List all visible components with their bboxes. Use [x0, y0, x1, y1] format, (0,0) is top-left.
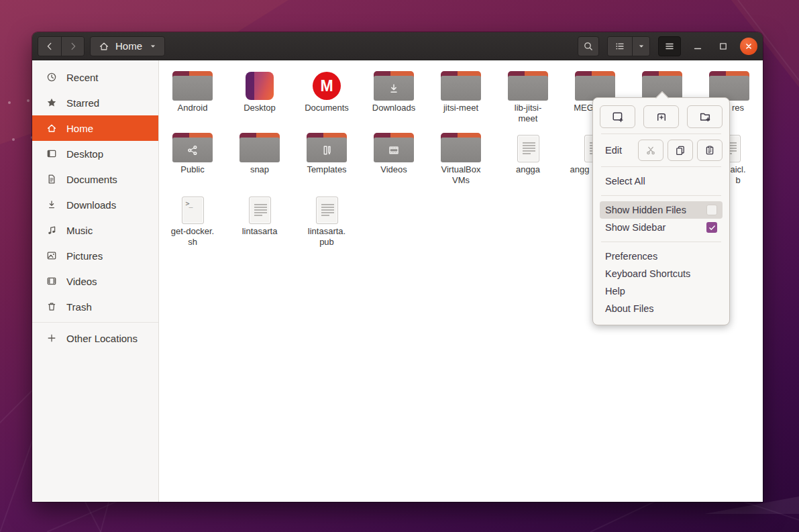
file-label: lib-jitsi- meet [515, 103, 541, 124]
emblem-video [387, 144, 401, 157]
file-item-lintasarta-pub[interactable]: lintasarta. pub [293, 193, 360, 255]
sidebar-item-downloads[interactable]: Downloads [32, 192, 158, 217]
hamburger-icon [664, 41, 675, 52]
file-item-virtualbox-vms[interactable]: VirtualBox VMs [427, 131, 494, 193]
cut-button[interactable] [638, 140, 663, 161]
menu-edit-row: Edit [600, 140, 723, 161]
checkbox-checked[interactable] [706, 222, 717, 233]
emblem-share [186, 144, 199, 157]
new-window-button[interactable] [600, 105, 635, 128]
file-label: snap [250, 164, 269, 175]
file-label: aicl. b [730, 164, 745, 186]
script-file-icon: >_ [182, 197, 204, 224]
emblem-download [387, 82, 401, 95]
menu-item-label: Show Hidden Files [605, 205, 686, 215]
music-icon [46, 225, 58, 236]
checkbox-unchecked[interactable] [706, 205, 717, 215]
file-item-get-docker-sh[interactable]: >_get-docker. sh [159, 193, 226, 255]
text-file-icon [316, 197, 338, 224]
file-item-public[interactable]: Public [159, 131, 226, 193]
files-window: Home RecentStarredHomeDesktopDocumentsDo… [32, 32, 763, 502]
folder-icon [575, 71, 615, 101]
menu-item-select-all[interactable]: Select All [600, 172, 723, 190]
paste-button[interactable] [697, 140, 723, 161]
chevron-down-icon [637, 42, 646, 51]
new-tab-icon [655, 111, 668, 123]
file-item-snap[interactable]: snap [226, 131, 293, 193]
sidebar-item-trash[interactable]: Trash [32, 294, 158, 319]
file-item-jitsi-meet[interactable]: jitsi-meet [427, 70, 494, 131]
new-tab-button[interactable] [643, 105, 679, 128]
sidebar-item-desktop[interactable]: Desktop [32, 141, 158, 166]
sidebar-item-music[interactable]: Music [32, 217, 158, 243]
sidebar-item-documents[interactable]: Documents [32, 166, 158, 192]
view-options-button[interactable] [632, 37, 649, 56]
hamburger-menu-button[interactable] [658, 36, 681, 56]
downloads-icon [46, 199, 58, 211]
copy-button[interactable] [668, 140, 693, 161]
chevron-right-icon [68, 41, 78, 52]
sidebar-item-recent[interactable]: Recent [32, 64, 158, 90]
sidebar-item-videos[interactable]: Videos [32, 268, 158, 294]
file-label: Videos [380, 164, 407, 175]
file-item-templates[interactable]: Templates [293, 131, 360, 193]
plus-icon [46, 333, 58, 344]
file-item-lintasarta[interactable]: lintasarta [226, 193, 293, 255]
sidebar-item-pictures[interactable]: Pictures [32, 243, 158, 268]
headerbar: Home [32, 32, 763, 60]
close-button[interactable] [740, 38, 757, 55]
maximize-icon [718, 41, 729, 52]
folder-icon [374, 133, 414, 162]
forward-button[interactable] [61, 37, 84, 56]
home-icon [46, 123, 58, 134]
file-item-angga[interactable]: angga [494, 131, 562, 193]
file-label: Public [180, 164, 204, 175]
menu-item-about-files[interactable]: About Files [600, 300, 723, 317]
sidebar-item-starred[interactable]: Starred [32, 90, 158, 115]
sidebar-item-label: Starred [66, 97, 99, 109]
menu-item-keyboard-shortcuts[interactable]: Keyboard Shortcuts [600, 265, 723, 282]
minimize-button[interactable] [689, 38, 706, 55]
file-label: lintasarta. pub [308, 226, 345, 248]
new-folder-button[interactable] [687, 105, 723, 128]
menu-separator [601, 134, 721, 134]
folder-icon [172, 133, 213, 162]
trash-icon [46, 301, 58, 313]
file-item-desktop[interactable]: Desktop [226, 70, 293, 131]
menu-item-show-sidebar[interactable]: Show Sidebar [600, 219, 723, 236]
sidebar: RecentStarredHomeDesktopDocumentsDownloa… [32, 60, 159, 502]
menu-item-preferences[interactable]: Preferences [600, 248, 723, 265]
menu-item-help[interactable]: Help [600, 282, 723, 300]
file-item-downloads[interactable]: Downloads [360, 70, 427, 131]
chevron-down-icon [148, 42, 158, 51]
menu-separator [601, 166, 721, 167]
file-label: VirtualBox VMs [441, 164, 480, 186]
search-icon [583, 41, 594, 52]
folder-icon [709, 71, 749, 101]
folder-icon [239, 133, 280, 162]
file-item-videos[interactable]: Videos [360, 131, 427, 193]
desktop-wallpaper-icon [246, 72, 274, 100]
sidebar-item-label: Documents [66, 174, 117, 185]
file-item-android[interactable]: Android [159, 70, 226, 131]
copy-icon [675, 145, 686, 156]
menu-separator [601, 242, 721, 242]
file-label: res [732, 103, 744, 113]
hamburger-menu-popover: EditSelect AllShow Hidden FilesShow Side… [592, 97, 730, 325]
folder-icon [307, 133, 347, 162]
list-view-button[interactable] [608, 37, 632, 56]
sidebar-item-home[interactable]: Home [32, 115, 158, 141]
file-item-lib-jitsi-meet[interactable]: lib-jitsi- meet [494, 70, 562, 131]
sidebar-item-other-locations[interactable]: Other Locations [32, 325, 158, 351]
menu-item-show-hidden-files[interactable]: Show Hidden Files [600, 201, 723, 219]
file-label: angg [570, 164, 590, 175]
folder-icon [441, 71, 481, 101]
menu-new-buttons [600, 105, 723, 128]
search-button[interactable] [578, 36, 599, 56]
starred-icon [46, 97, 58, 109]
maximize-button[interactable] [714, 38, 732, 55]
path-bar-button[interactable]: Home [90, 36, 165, 56]
back-button[interactable] [38, 37, 61, 56]
text-file-icon [517, 135, 539, 162]
file-item-documents[interactable]: MDocuments [293, 70, 360, 131]
